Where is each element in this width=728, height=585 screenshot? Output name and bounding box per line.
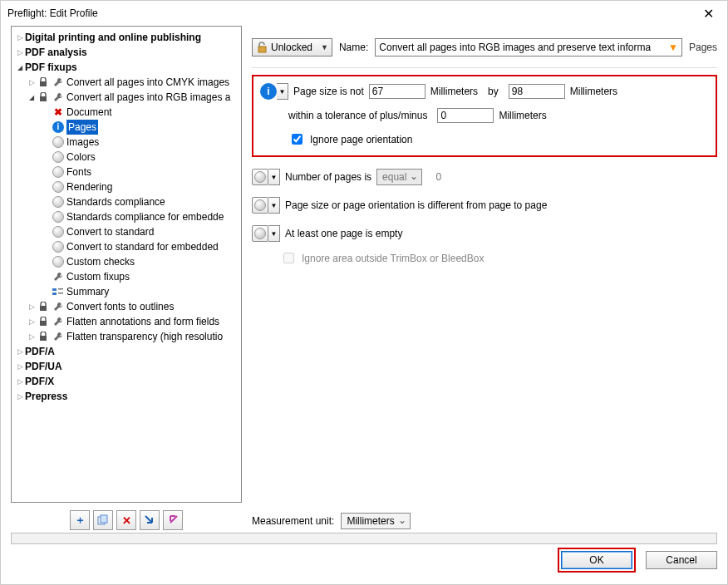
severity-dropdown[interactable]: ▼ <box>268 169 280 185</box>
summary-icon <box>52 285 65 298</box>
severity-none-button[interactable] <box>252 169 268 185</box>
page-size-check-group: i ▼ Page size is not Millimeters by Mill… <box>252 75 717 157</box>
tree-item-flatten-transparency[interactable]: Flatten transparency (high resolutio <box>12 329 241 344</box>
num-pages-operator[interactable]: equal <box>376 169 422 185</box>
page-width-input[interactable] <box>369 84 425 99</box>
profile-tree[interactable]: Digital printing and online publishing P… <box>11 26 242 503</box>
tree-item-pdf-analysis[interactable]: PDF analysis <box>12 45 241 60</box>
titlebar: Preflight: Edit Profile ✕ <box>1 1 727 26</box>
svg-rect-1 <box>40 96 47 101</box>
severity-none-button[interactable] <box>252 197 268 214</box>
name-label: Name: <box>339 42 368 53</box>
circle-icon <box>52 150 65 164</box>
name-field[interactable]: Convert all pages into RGB images and pr… <box>375 38 682 57</box>
svg-rect-5 <box>58 292 63 294</box>
status-bar <box>11 533 717 544</box>
tree-toolbar: ＋ ✕ <box>11 503 242 533</box>
tree-item-prepress[interactable]: Prepress <box>12 389 241 404</box>
lock-icon <box>37 76 50 89</box>
svg-rect-3 <box>52 292 57 295</box>
wrench-icon <box>52 330 65 343</box>
svg-rect-0 <box>40 81 47 86</box>
tree-item-pdfua[interactable]: PDF/UA <box>12 359 241 374</box>
tree-item-pdfa[interactable]: PDF/A <box>12 344 241 359</box>
svg-rect-6 <box>40 306 47 311</box>
severity-dropdown[interactable]: ▼ <box>277 83 288 100</box>
tree-item-document[interactable]: ✖ Document <box>12 105 241 120</box>
circle-icon <box>52 195 65 209</box>
num-pages-label: Number of pages is <box>285 171 371 183</box>
page-diff-label: Page size or page orientation is differe… <box>285 199 547 211</box>
tree-item-standards[interactable]: Standards compliance <box>12 194 241 209</box>
svg-rect-4 <box>58 288 63 290</box>
tree-item-pdfx[interactable]: PDF/X <box>12 374 241 389</box>
svg-rect-7 <box>40 321 47 326</box>
circle-icon <box>52 225 65 238</box>
svg-rect-2 <box>52 288 57 291</box>
chevron-down-icon: ▼ <box>321 43 328 52</box>
tree-item-convert-fonts-outlines[interactable]: Convert fonts to outlines <box>12 299 241 314</box>
severity-dropdown[interactable]: ▼ <box>268 197 280 214</box>
wrench-icon <box>52 91 65 104</box>
duplicate-button[interactable] <box>93 510 113 530</box>
ok-button[interactable]: OK <box>561 551 632 569</box>
lock-icon <box>37 330 50 343</box>
circle-icon <box>52 210 65 224</box>
import-button[interactable] <box>140 510 160 530</box>
empty-page-label: At least one page is empty <box>285 228 402 239</box>
x-icon: ✖ <box>52 106 65 119</box>
breadcrumb: Pages <box>689 42 717 53</box>
svg-rect-10 <box>101 515 107 523</box>
lock-state-dropdown[interactable]: Unlocked ▼ <box>252 38 332 57</box>
tree-item-convert-cmyk[interactable]: Convert all pages into CMYK images <box>12 75 241 90</box>
tree-item-pages[interactable]: i Pages <box>12 120 241 135</box>
measurement-unit-label: Measurement unit: <box>252 515 334 527</box>
delete-button[interactable]: ✕ <box>116 510 136 530</box>
lock-icon <box>37 300 50 313</box>
circle-icon <box>52 135 65 149</box>
tree-item-convert-standard[interactable]: Convert to standard <box>12 224 241 239</box>
ignore-trimbox-checkbox <box>283 253 294 263</box>
warning-icon: ▼ <box>668 42 678 53</box>
severity-none-button[interactable] <box>252 225 268 242</box>
tree-item-custom-fixups[interactable]: Custom fixups <box>12 269 241 284</box>
tree-item-standards-embedded[interactable]: Standards compliance for embedde <box>12 209 241 224</box>
svg-rect-11 <box>258 47 266 52</box>
info-icon: i <box>52 120 65 134</box>
cancel-button[interactable]: Cancel <box>646 551 717 569</box>
tree-item-digital-printing[interactable]: Digital printing and online publishing <box>12 30 241 45</box>
wrench-icon <box>52 270 65 283</box>
wrench-icon <box>52 76 65 89</box>
tree-item-colors[interactable]: Colors <box>12 150 241 165</box>
lock-icon <box>37 91 50 104</box>
severity-info-button[interactable]: i <box>260 83 277 100</box>
ok-highlight: OK <box>558 548 636 573</box>
circle-icon <box>52 255 65 268</box>
wrench-icon <box>52 315 65 328</box>
close-icon[interactable]: ✕ <box>696 2 721 25</box>
tree-item-pdf-fixups[interactable]: PDF fixups <box>12 60 241 75</box>
lock-icon <box>37 315 50 328</box>
circle-icon <box>52 240 65 253</box>
page-size-label: Page size is not <box>293 86 364 97</box>
page-height-input[interactable] <box>509 84 565 99</box>
tree-item-convert-standard-embedded[interactable]: Convert to standard for embedded <box>12 239 241 254</box>
tree-item-images[interactable]: Images <box>12 135 241 150</box>
export-button[interactable] <box>163 510 183 530</box>
severity-dropdown[interactable]: ▼ <box>268 225 280 242</box>
tree-item-convert-rgb[interactable]: Convert all pages into RGB images a <box>12 90 241 105</box>
tree-item-fonts[interactable]: Fonts <box>12 165 241 179</box>
tree-item-rendering[interactable]: Rendering <box>12 179 241 194</box>
tree-item-custom-checks[interactable]: Custom checks <box>12 254 241 269</box>
circle-icon <box>52 165 65 179</box>
circle-icon <box>52 180 65 194</box>
unlock-icon <box>256 42 268 53</box>
window-title: Preflight: Edit Profile <box>7 7 98 19</box>
add-button[interactable]: ＋ <box>70 510 90 530</box>
tree-item-flatten-annotations[interactable]: Flatten annotations and form fields <box>12 314 241 329</box>
measurement-unit-select[interactable]: Millimeters <box>341 513 410 529</box>
ignore-orientation-checkbox[interactable] <box>292 134 303 145</box>
svg-rect-8 <box>40 336 47 341</box>
tree-item-summary[interactable]: Summary <box>12 284 241 299</box>
tolerance-input[interactable] <box>437 108 494 123</box>
